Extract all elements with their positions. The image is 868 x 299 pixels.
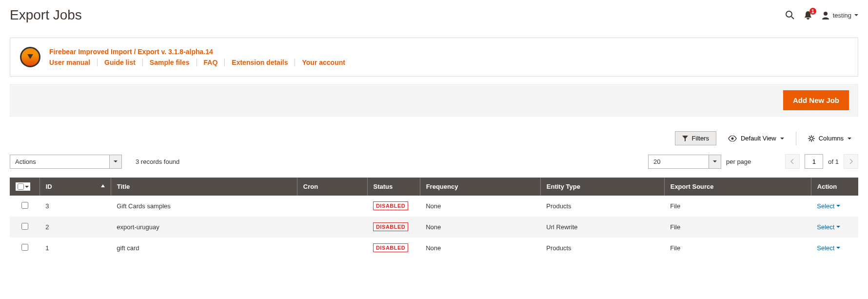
page-header: Export Jobs 1 testing xyxy=(10,0,858,38)
chevron-down-icon xyxy=(114,159,118,163)
link-extension-details[interactable]: Extension details xyxy=(225,59,295,66)
sort-asc-icon xyxy=(101,184,105,189)
columns-button[interactable]: Columns xyxy=(801,132,858,145)
row-checkbox[interactable] xyxy=(21,223,28,230)
row-checkbox[interactable] xyxy=(21,244,28,251)
toolbar-left: Actions 3 records found xyxy=(10,155,179,169)
col-select-all[interactable] xyxy=(10,178,39,196)
cell-export-source: File xyxy=(664,217,811,238)
page-title: Export Jobs xyxy=(10,7,82,23)
col-entity-type[interactable]: Entity Type xyxy=(540,178,664,196)
columns-label: Columns xyxy=(819,135,844,142)
row-action-select[interactable]: Select xyxy=(817,202,852,210)
filters-label: Filters xyxy=(692,135,709,142)
cell-title: Gift Cards samples xyxy=(111,196,297,217)
row-checkbox-cell xyxy=(10,238,39,259)
cell-id: 3 xyxy=(39,196,111,217)
col-id[interactable]: ID xyxy=(39,178,111,196)
product-banner: Firebear Improved Import / Export v. 3.1… xyxy=(10,38,858,77)
link-your-account[interactable]: Your account xyxy=(295,59,352,66)
cell-export-source: File xyxy=(664,196,811,217)
col-cron[interactable]: Cron xyxy=(297,178,367,196)
link-faq[interactable]: FAQ xyxy=(197,59,225,66)
page-number-input[interactable] xyxy=(805,154,823,169)
user-menu[interactable]: testing xyxy=(821,11,858,20)
cell-cron xyxy=(297,217,367,238)
search-icon[interactable] xyxy=(785,10,795,20)
row-action-label: Select xyxy=(817,244,834,252)
cell-action: Select xyxy=(811,238,858,259)
chevron-down-icon xyxy=(836,204,840,208)
gear-icon xyxy=(808,135,815,142)
svg-line-1 xyxy=(791,17,794,19)
mass-actions-label: Actions xyxy=(10,155,109,169)
cell-id: 1 xyxy=(39,238,111,259)
records-found: 3 records found xyxy=(136,158,179,165)
col-action[interactable]: Action xyxy=(811,178,858,196)
cell-id: 2 xyxy=(39,217,111,238)
chevron-down-icon xyxy=(848,137,851,140)
per-page-select[interactable]: 20 xyxy=(648,155,721,169)
user-icon xyxy=(821,11,830,20)
table-row: 3 Gift Cards samples DISABLED None Produ… xyxy=(10,196,858,217)
cell-entity-type: Url Rewrite xyxy=(540,217,664,238)
jobs-grid: ID Title Cron Status Frequency Entity Ty… xyxy=(10,178,858,259)
per-page-label: per page xyxy=(726,158,751,165)
toolbar-divider xyxy=(796,132,796,145)
filters-button[interactable]: Filters xyxy=(675,131,716,145)
cell-status: DISABLED xyxy=(367,196,420,217)
row-action-label: Select xyxy=(817,223,834,231)
svg-point-3 xyxy=(731,137,733,140)
cell-frequency: None xyxy=(420,196,540,217)
row-action-select[interactable]: Select xyxy=(817,223,852,231)
per-page-toggle[interactable] xyxy=(709,155,721,169)
cell-frequency: None xyxy=(420,238,540,259)
chevron-right-icon xyxy=(849,159,853,164)
default-view-button[interactable]: Default View xyxy=(721,132,791,145)
row-checkbox-cell xyxy=(10,217,39,238)
per-page-value: 20 xyxy=(648,155,709,169)
pager-prev-button[interactable] xyxy=(785,154,800,169)
chevron-down-icon xyxy=(713,159,717,163)
row-action-select[interactable]: Select xyxy=(817,244,852,252)
mass-actions-toggle[interactable] xyxy=(109,155,122,169)
row-checkbox-cell xyxy=(10,196,39,217)
chevron-down-icon xyxy=(836,246,840,250)
notifications-icon[interactable]: 1 xyxy=(804,11,812,20)
cell-export-source: File xyxy=(664,238,811,259)
col-export-source[interactable]: Export Source xyxy=(664,178,811,196)
select-all-checkbox[interactable] xyxy=(18,183,24,190)
mass-actions-select[interactable]: Actions xyxy=(10,155,122,169)
col-id-label: ID xyxy=(46,183,52,190)
firebear-logo-icon xyxy=(20,47,40,67)
cell-frequency: None xyxy=(420,217,540,238)
cell-cron xyxy=(297,196,367,217)
col-status[interactable]: Status xyxy=(367,178,420,196)
row-action-label: Select xyxy=(817,202,834,210)
pager-next-button[interactable] xyxy=(844,154,858,169)
table-row: 2 export-uruguay DISABLED None Url Rewri… xyxy=(10,217,858,238)
cell-entity-type: Products xyxy=(540,238,664,259)
chevron-left-icon xyxy=(790,159,794,164)
grid-toolbar-mid: Actions 3 records found 20 per page of 1 xyxy=(10,154,858,169)
link-user-manual[interactable]: User manual xyxy=(49,59,98,66)
cell-action: Select xyxy=(811,217,858,238)
toolbar-right: 20 per page of 1 xyxy=(648,154,858,169)
table-row: 1 gift card DISABLED None Products File … xyxy=(10,238,858,259)
user-name: testing xyxy=(833,12,851,19)
link-guide-list[interactable]: Guide list xyxy=(98,59,143,66)
link-sample-files[interactable]: Sample files xyxy=(143,59,197,66)
row-checkbox[interactable] xyxy=(21,202,28,209)
cell-title: export-uruguay xyxy=(111,217,297,238)
add-new-job-button[interactable]: Add New Job xyxy=(783,90,849,110)
col-frequency[interactable]: Frequency xyxy=(420,178,540,196)
notification-count: 1 xyxy=(809,8,816,15)
status-badge: DISABLED xyxy=(373,222,408,231)
chevron-down-icon xyxy=(25,185,29,189)
col-title[interactable]: Title xyxy=(111,178,297,196)
banner-links: User manual Guide list Sample files FAQ … xyxy=(49,59,352,66)
cell-action: Select xyxy=(811,196,858,217)
status-badge: DISABLED xyxy=(373,201,408,210)
chevron-down-icon xyxy=(780,137,784,140)
banner-title: Firebear Improved Import / Export v. 3.1… xyxy=(49,48,352,56)
